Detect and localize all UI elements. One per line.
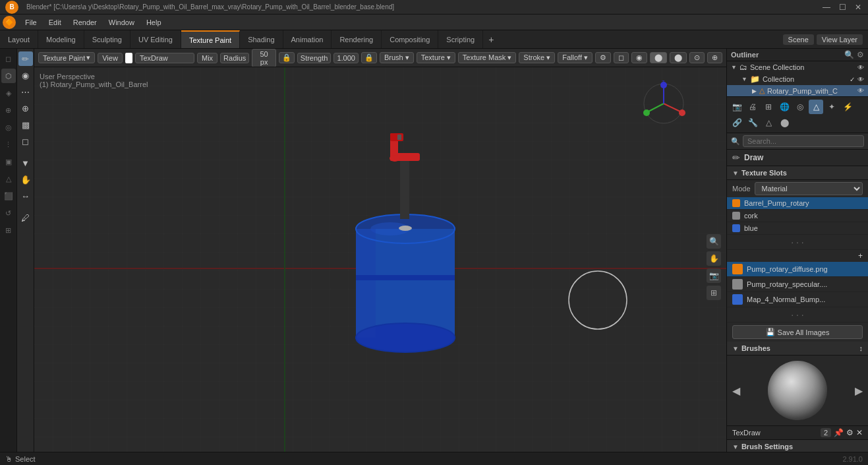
radius-lock[interactable]: 🔒 <box>279 52 295 63</box>
view-layer-selector[interactable]: View Layer <box>817 34 863 45</box>
mode-icon-8[interactable]: △ <box>1 171 16 186</box>
brush-settings-header[interactable]: ▼ Brush Settings <box>727 439 868 453</box>
viewport-canvas[interactable]: User Perspective (1) Rotary_Pump_with_Oi… <box>34 67 726 465</box>
object-row[interactable]: ▶ △ Rotary_Pump_with_C 👁 <box>727 85 868 96</box>
color-pick[interactable]: ▼ <box>18 156 33 170</box>
collection-eye[interactable]: 👁 <box>857 76 864 83</box>
mode-icon-3[interactable]: ◈ <box>1 86 16 100</box>
tab-compositing[interactable]: Compositing <box>382 30 438 48</box>
add-workspace-button[interactable]: + <box>483 32 499 47</box>
brushes-section-header[interactable]: ▼ Brushes ↕ <box>727 342 868 356</box>
radius-value[interactable]: 50 px <box>252 49 275 67</box>
mode-select[interactable]: Material <box>755 182 863 195</box>
collection-row[interactable]: ▼ 📁 Collection ✓ 👁 <box>727 73 868 85</box>
stroke-dropdown[interactable]: Stroke ▾ <box>519 52 555 63</box>
mode-selector[interactable]: Texture Paint ▾ <box>38 52 95 63</box>
save-all-images-button[interactable]: 💾 Save All Images <box>732 325 863 339</box>
scene-collection-eye[interactable]: 👁 <box>857 64 864 71</box>
viewport-shading-2[interactable]: ◉ <box>631 52 647 63</box>
strength-lock[interactable]: 🔒 <box>361 52 377 63</box>
menu-window[interactable]: Window <box>103 17 140 28</box>
scene-selector[interactable]: Scene <box>783 34 814 45</box>
outliner-filter-icon[interactable]: ⚙ <box>857 50 864 59</box>
tab-modeling[interactable]: Modeling <box>38 30 84 48</box>
menu-file[interactable]: File <box>20 17 42 28</box>
prop-icon-particles[interactable]: ✦ <box>825 100 839 114</box>
prop-icon-output[interactable]: 🖨 <box>745 100 760 114</box>
clone-tool[interactable]: ⊕ <box>18 101 33 115</box>
prop-icon-object[interactable]: △ <box>809 100 823 114</box>
view-menu[interactable]: View <box>98 53 123 63</box>
prop-icon-data[interactable]: △ <box>761 115 776 130</box>
mode-icon-1[interactable]: ◻ <box>1 51 16 66</box>
tab-scripting[interactable]: Scripting <box>438 30 483 48</box>
texture-item-0[interactable]: Pump_rotary_diffuse.png <box>727 262 868 277</box>
viewport-gizmo-widget[interactable]: X Y Z <box>641 80 687 127</box>
smear-tool[interactable]: ⋯ <box>18 84 33 99</box>
tab-animation[interactable]: Animation <box>283 30 332 48</box>
mode-icon-11[interactable]: ⊞ <box>1 223 16 237</box>
titlebar-controls[interactable]: — ☐ ✕ <box>822 3 863 12</box>
annotate-tool[interactable]: 🖊 <box>18 210 33 225</box>
prop-icon-render[interactable]: 📷 <box>730 100 744 114</box>
tab-layout[interactable]: Layout <box>0 30 38 48</box>
texture-mask-dropdown[interactable]: Texture Mask ▾ <box>458 52 516 63</box>
brush-scroll-left[interactable]: ◀ <box>732 385 740 397</box>
texture-slots-header[interactable]: ▼ Texture Slots <box>727 166 868 180</box>
mode-icon-10[interactable]: ↺ <box>1 206 16 220</box>
prop-icon-physics[interactable]: ⚡ <box>840 100 855 114</box>
mode-icon-2[interactable]: ⬡ <box>1 69 16 83</box>
transform-tool[interactable]: ↔ <box>18 189 33 203</box>
brush-settings-icon[interactable]: ⚙ <box>846 428 854 437</box>
soften-tool[interactable]: ◉ <box>18 68 33 82</box>
tab-sculpting[interactable]: Sculpting <box>84 30 130 48</box>
prop-icon-material[interactable]: ⬤ <box>777 115 792 130</box>
brushes-scroll[interactable]: ↕ <box>859 344 863 352</box>
mode-icon-9[interactable]: ⬛ <box>1 189 16 203</box>
mask-tool[interactable]: ◻ <box>18 134 33 148</box>
tab-shading[interactable]: Shading <box>240 30 283 48</box>
texture-dropdown[interactable]: Texture ▾ <box>417 52 455 63</box>
menu-help[interactable]: Help <box>141 17 167 28</box>
material-item-0[interactable]: Barrel_Pump_rotary <box>727 197 868 210</box>
brush-dropdown[interactable]: Brush ▾ <box>380 52 414 63</box>
tab-uv-editing[interactable]: UV Editing <box>130 30 181 48</box>
prop-icon-world[interactable]: ◎ <box>793 100 807 114</box>
brush-selector[interactable]: TexDraw <box>135 53 194 63</box>
grab-tool[interactable]: ✋ <box>18 172 33 187</box>
close-button[interactable]: ✕ <box>854 3 863 12</box>
viewport-gizmo[interactable]: ⊕ <box>707 52 722 63</box>
grid-view-button[interactable]: ⊞ <box>707 286 721 300</box>
menu-render[interactable]: Render <box>68 17 102 28</box>
brush-pin-icon[interactable]: 📌 <box>834 428 844 437</box>
collection-checkbox[interactable]: ✓ <box>850 76 855 83</box>
material-item-2[interactable]: blue <box>727 222 868 235</box>
menu-edit[interactable]: Edit <box>43 17 67 28</box>
prop-icon-constraints[interactable]: 🔗 <box>730 115 744 130</box>
viewport-shading-4[interactable]: ⬤ <box>670 52 687 63</box>
viewport-3d[interactable]: Texture Paint ▾ View TexDraw Mix Radius … <box>34 49 726 465</box>
minimize-button[interactable]: — <box>822 3 831 12</box>
tab-rendering[interactable]: Rendering <box>332 30 382 48</box>
grab-view-button[interactable]: ✋ <box>707 251 721 266</box>
strength-value[interactable]: 1.000 <box>333 53 359 63</box>
tab-texture-paint[interactable]: Texture Paint <box>181 30 240 48</box>
brush-scroll-right[interactable]: ▶ <box>855 385 863 397</box>
material-item-1[interactable]: cork <box>727 210 868 222</box>
outliner-search-icon[interactable]: 🔍 <box>844 50 854 59</box>
texture-item-1[interactable]: Pump_rotary_specular.... <box>727 277 868 292</box>
viewport-overlay[interactable]: ⊙ <box>689 52 705 63</box>
fill-tool[interactable]: ▩ <box>18 117 33 132</box>
texture-item-2[interactable]: Map_4_Normal_Bump... <box>727 292 868 307</box>
viewport-shading-1[interactable]: ◻ <box>614 52 629 63</box>
draw-tool[interactable]: ✏ <box>18 51 33 66</box>
camera-button[interactable]: 📷 <box>707 268 721 283</box>
properties-search-input[interactable] <box>743 135 864 147</box>
mode-icon-7[interactable]: ▣ <box>1 154 16 169</box>
mode-icon-4[interactable]: ⊕ <box>1 103 16 117</box>
falloff-dropdown[interactable]: Falloff ▾ <box>558 52 593 63</box>
color-picker-swatch[interactable] <box>125 53 132 63</box>
maximize-button[interactable]: ☐ <box>838 3 847 12</box>
viewport-options[interactable]: ⚙ <box>595 52 611 63</box>
scene-collection-row[interactable]: ▼ 🗂 Scene Collection 👁 <box>727 61 868 73</box>
